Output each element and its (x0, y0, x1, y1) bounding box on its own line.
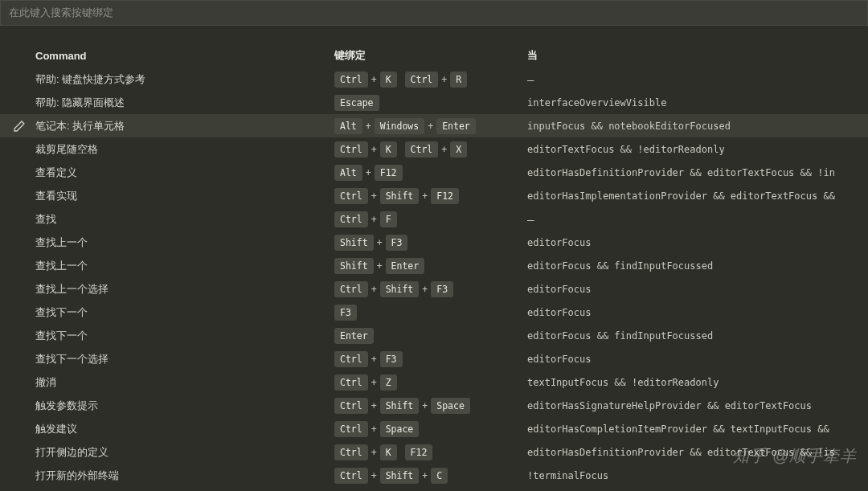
key-cap: F3 (380, 351, 403, 367)
table-row[interactable]: 查找Ctrl+F— (0, 207, 868, 231)
keybinding-cell: Ctrl+Z (334, 374, 527, 391)
key-cap: F3 (431, 281, 453, 297)
key-separator: + (366, 121, 371, 132)
table-row[interactable]: 触发参数提示Ctrl+Shift+SpaceeditorHasSignature… (0, 394, 868, 417)
table-row[interactable]: 打开新的外部终端Ctrl+Shift+C!terminalFocus (0, 464, 868, 487)
edit-icon[interactable] (13, 120, 26, 133)
key-separator: + (371, 74, 377, 85)
key-cap: F (380, 211, 397, 227)
command-cell: 查找下一个选择 (35, 352, 334, 366)
key-cap: Ctrl (334, 444, 368, 460)
key-cap: Ctrl (334, 211, 368, 227)
key-cap: Ctrl (405, 141, 439, 158)
when-cell: inputFocus && notebookEditorFocused (527, 121, 868, 132)
when-cell: editorHasDefinitionProvider && editorTex… (527, 167, 868, 178)
keybinding-cell: Ctrl+F (334, 211, 527, 227)
key-cap: F12 (431, 188, 459, 204)
keybinding-cell: Escape (334, 95, 527, 111)
keybinding-cell: Ctrl+F3 (334, 351, 527, 367)
keybinding-cell: Ctrl+Shift+F12 (334, 188, 527, 204)
when-cell: editorHasDefinitionProvider && editorTex… (527, 447, 868, 458)
when-cell: editorFocus (527, 284, 868, 295)
key-cap: Shift (380, 281, 420, 297)
command-cell: 查找上一个 (35, 259, 334, 273)
key-cap: Ctrl (334, 421, 368, 437)
command-cell: 打开侧边的定义 (35, 445, 334, 460)
key-cap: Escape (334, 95, 379, 111)
search-input[interactable]: 在此键入搜索按键绑定 (0, 0, 868, 26)
key-separator: + (377, 237, 383, 248)
keybinding-cell: Enter (334, 328, 527, 344)
table-row[interactable]: 帮助: 键盘快捷方式参考Ctrl+KCtrl+R— (0, 68, 868, 91)
table-row[interactable]: 查找下一个选择Ctrl+F3editorFocus (0, 347, 868, 370)
keybinding-cell: Ctrl+KF12 (334, 444, 527, 460)
key-cap: Ctrl (334, 72, 368, 88)
table-row[interactable]: 查找下一个EntereditorFocus && findInputFocuss… (0, 324, 868, 347)
command-cell: 查找 (35, 212, 334, 227)
command-cell: 撤消 (35, 375, 334, 390)
command-cell: 触发参数提示 (35, 399, 334, 413)
table-row[interactable]: 查找上一个Shift+EntereditorFocus && findInput… (0, 254, 868, 277)
command-cell: 查看实现 (35, 189, 334, 203)
key-separator: + (371, 470, 377, 481)
table-row[interactable]: 查找下一个F3editorFocus (0, 301, 868, 324)
when-cell: !terminalFocus (527, 470, 868, 481)
key-cap: Ctrl (334, 374, 368, 391)
header-command[interactable]: Command (35, 50, 334, 62)
command-cell: 笔记本: 执行单元格 (35, 119, 334, 133)
key-cap: Ctrl (334, 351, 368, 367)
table-row[interactable]: 查找上一个选择Ctrl+Shift+F3editorFocus (0, 277, 868, 301)
keybinding-cell: Alt+Windows+Enter (334, 118, 527, 134)
keybinding-cell: Ctrl+Shift+Space (334, 398, 527, 414)
when-cell: textInputFocus && !editorReadonly (527, 377, 868, 388)
table-row[interactable]: 触发建议Ctrl+SpaceeditorHasCompletionItemPro… (0, 417, 868, 440)
table-row[interactable]: 打开侧边的定义Ctrl+KF12editorHasDefinitionProvi… (0, 440, 868, 464)
key-cap: F3 (386, 235, 408, 251)
key-cap: F3 (334, 305, 357, 321)
when-cell: editorTextFocus && !editorReadonly (527, 144, 868, 155)
header-when[interactable]: 当 (527, 48, 868, 63)
table-row[interactable]: 查看实现Ctrl+Shift+F12editorHasImplementatio… (0, 184, 868, 207)
header-binding[interactable]: 键绑定 (334, 48, 527, 63)
key-separator: + (371, 377, 377, 388)
command-cell: 查找下一个 (35, 329, 334, 343)
table-row[interactable]: 帮助: 隐藏界面概述EscapeinterfaceOverviewVisible (0, 91, 868, 114)
key-cap: X (450, 141, 467, 158)
command-cell: 帮助: 键盘快捷方式参考 (35, 72, 334, 87)
table-row[interactable]: 查找上一个Shift+F3editorFocus (0, 231, 868, 254)
keybindings-table: Command 键绑定 当 帮助: 键盘快捷方式参考Ctrl+KCtrl+R—帮… (0, 26, 868, 487)
when-cell: interfaceOverviewVisible (527, 97, 868, 108)
key-separator: + (371, 447, 377, 458)
key-cap: Ctrl (334, 468, 368, 484)
when-cell: editorFocus && findInputFocussed (527, 330, 868, 342)
key-separator: + (371, 284, 377, 295)
key-cap: K (380, 444, 397, 460)
key-cap: F12 (375, 165, 403, 181)
key-cap: Ctrl (334, 281, 368, 297)
when-cell: editorFocus (527, 307, 868, 318)
command-cell: 触发建议 (35, 422, 334, 436)
key-separator: + (428, 121, 433, 132)
table-row[interactable]: 笔记本: 执行单元格Alt+Windows+EnterinputFocus &&… (0, 114, 868, 137)
table-row[interactable]: 查看定义Alt+F12editorHasDefinitionProvider &… (0, 161, 868, 184)
command-cell: 帮助: 隐藏界面概述 (35, 96, 334, 110)
key-cap: Shift (334, 235, 374, 251)
keybinding-cell: Ctrl+KCtrl+R (334, 72, 527, 88)
key-cap: Alt (334, 165, 362, 181)
key-separator: + (422, 190, 428, 202)
command-cell: 查找下一个 (35, 305, 334, 320)
key-separator: + (422, 400, 428, 411)
key-cap: Enter (386, 258, 425, 274)
key-cap: Ctrl (334, 188, 368, 204)
key-separator: + (422, 470, 428, 481)
search-placeholder: 在此键入搜索按键绑定 (9, 6, 113, 20)
table-row[interactable]: 裁剪尾随空格Ctrl+KCtrl+XeditorTextFocus && !ed… (0, 137, 868, 161)
table-row[interactable]: 撤消Ctrl+ZtextInputFocus && !editorReadonl… (0, 370, 868, 394)
command-cell: 查找上一个选择 (35, 282, 334, 297)
keybinding-cell: Ctrl+Space (334, 421, 527, 437)
key-separator: + (422, 284, 428, 295)
key-cap: R (450, 72, 467, 88)
key-separator: + (377, 260, 383, 272)
command-cell: 裁剪尾随空格 (35, 142, 334, 157)
key-cap: Ctrl (334, 141, 368, 158)
